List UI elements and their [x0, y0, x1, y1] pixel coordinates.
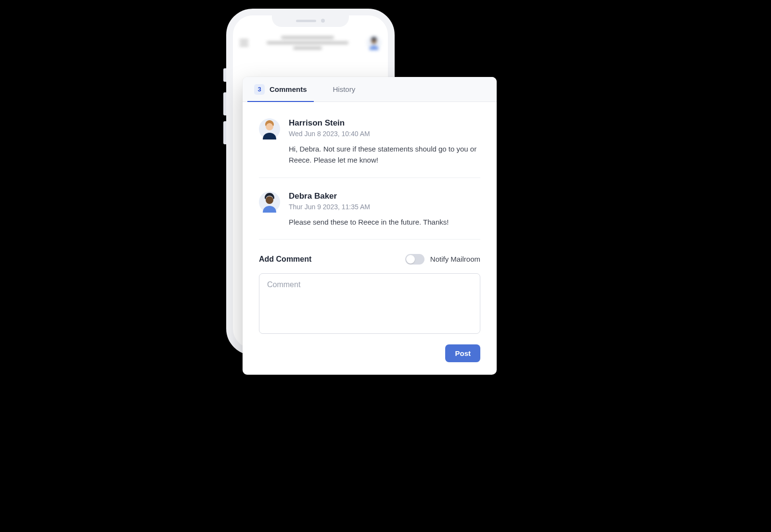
post-button[interactable]: Post [445, 344, 480, 362]
comments-panel: 3 Comments History Harrison Stein Wed Ju… [243, 77, 497, 375]
tab-comments[interactable]: 3 Comments [247, 77, 314, 101]
add-comment-section: Add Comment Notify Mailroom Post [243, 240, 497, 375]
comment-author: Harrison Stein [289, 118, 480, 128]
comment-timestamp: Thur Jun 9 2023, 11:35 AM [289, 203, 480, 211]
tab-comments-label: Comments [270, 85, 307, 93]
comment-message: Hi, Debra. Not sure if these statements … [289, 143, 480, 166]
comment-item: Harrison Stein Wed Jun 8 2023, 10:40 AM … [259, 105, 480, 178]
add-comment-title: Add Comment [259, 255, 311, 264]
comment-message: Please send these to Reece in the future… [289, 216, 480, 228]
tab-history-label: History [333, 85, 356, 93]
avatar [367, 36, 381, 50]
tab-bar: 3 Comments History [243, 77, 497, 102]
notify-mailroom-control: Notify Mailroom [405, 254, 480, 265]
avatar [259, 118, 280, 139]
comment-timestamp: Wed Jun 8 2023, 10:40 AM [289, 130, 480, 138]
comment-author: Debra Baker [289, 191, 480, 201]
tab-history[interactable]: History [326, 77, 362, 101]
comment-input[interactable] [259, 273, 480, 334]
svg-point-5 [266, 196, 273, 204]
comments-list: Harrison Stein Wed Jun 8 2023, 10:40 AM … [243, 102, 497, 240]
hamburger-icon [240, 39, 248, 46]
notify-mailroom-toggle[interactable] [405, 254, 424, 265]
comment-item: Debra Baker Thur Jun 9 2023, 11:35 AM Pl… [259, 178, 480, 240]
comments-count-badge: 3 [254, 84, 265, 95]
avatar [259, 191, 280, 213]
notify-mailroom-label: Notify Mailroom [430, 255, 480, 263]
